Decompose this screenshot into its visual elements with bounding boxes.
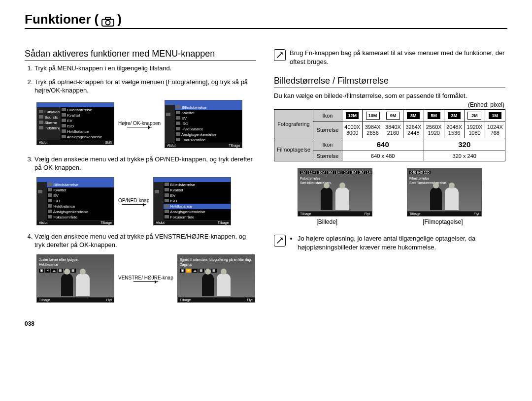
arrow-left-right: VENSTRE/ HØJRE-knap: [118, 275, 173, 282]
col-icon-head: Ikon: [313, 110, 342, 122]
col-size-head: Størrelse: [313, 122, 342, 138]
screens-row-1: Funktioner Sounds Skærm Indstillinger Bi…: [36, 100, 256, 148]
camera-wb-preview-a: Juster farver efter lystype. Hvidbalance…: [36, 254, 114, 303]
steps-list: Tryk på MENU-knappen i en tilgængelig ti…: [25, 64, 256, 95]
resolution-note-box: Jo højere opløsning, jo lavere antal til…: [274, 234, 505, 252]
mp-5m-icon: 5M: [428, 112, 440, 119]
movie-640-size: 640 x 480: [342, 151, 424, 161]
mp-8m-icon: 8M: [407, 112, 420, 119]
unit-label: (Enhed: pixel): [274, 101, 504, 108]
note-icon: [274, 49, 286, 61]
left-heading: Sådan aktiveres funktioner med MENU-knap…: [25, 49, 256, 61]
left-column: Sådan aktiveres funktioner med MENU-knap…: [25, 49, 256, 309]
mp-2m-icon: 2M: [467, 112, 481, 120]
camera-submenu-screen: Billedstørrelse Kvalitet EV ISO Hvidbala…: [165, 100, 242, 148]
note-icon: [274, 235, 286, 247]
mp-12m-icon: 12M: [346, 112, 359, 119]
caption-movie: [Filmoptagelse]: [423, 218, 463, 225]
right-column: Brug Fn-knappen bag på kameraet til at v…: [274, 49, 505, 309]
step-2: Tryk på op/ned-knappen for at vælge menu…: [34, 78, 256, 95]
mp-9m-icon: 9M: [386, 112, 400, 120]
movie-320-size: 320 x 240: [424, 151, 505, 161]
step-3: Vælg den ønskede menu ved at trykke på O…: [34, 155, 256, 172]
fn-tip-box: Brug Fn-knappen bag på kameraet til at v…: [274, 49, 505, 66]
right-intro: Du kan vælge en billede-/filmstørrelse, …: [274, 92, 505, 99]
mini-previews: 1M12M10M9M8M5M3M2M1M Fotostørrelse Sæt b…: [274, 168, 505, 216]
screens-row-3: Juster farver efter lystype. Hvidbalance…: [36, 254, 256, 303]
row-movie-head: Filmoptagelse: [274, 138, 313, 161]
page-title: Funktioner ( ): [25, 12, 532, 27]
camera-menu-screen: Funktioner Sounds Skærm Indstillinger Bi…: [36, 102, 114, 145]
steps-list-3: Vælg den ønskede menu ved at trykke på V…: [25, 232, 256, 249]
mp-3m-icon: 3M: [448, 112, 461, 119]
arrow-right-ok: Højre/ OK-knappen: [118, 121, 161, 127]
movie-size-preview: 640 640 320 Filmstørrelse Sæt filmskærms…: [407, 168, 482, 216]
mini-captions: [Billede] [Filmoptagelse]: [274, 218, 505, 225]
camera-icon: [101, 15, 114, 25]
screens-row-2: Billedstørrelse Kvalitet EV ISO Hvidbala…: [36, 177, 256, 225]
movie-320-icon: 320: [424, 138, 505, 151]
svg-point-1: [106, 20, 110, 25]
step-4: Vælg den ønskede menu ved at trykke på V…: [34, 232, 256, 249]
mp-10m-icon: 10M: [366, 112, 380, 120]
movie-640-icon: 640: [342, 138, 424, 151]
camera-submenu-screen-b: Billedstørrelse Kvalitet EV ISO Hvidbala…: [36, 177, 114, 225]
size-table: Fotografering Ikon 12M 10M 9M 8M 5M 3M 2…: [274, 109, 505, 161]
camera-wb-preview-b: Egnet til udendørs fotografering på en k…: [177, 254, 255, 303]
fn-tip-text: Brug Fn-knappen bag på kameraet til at v…: [290, 49, 505, 66]
arrow-up-down: OP/NED-knap: [118, 198, 149, 205]
steps-list-2: Vælg den ønskede menu ved at trykke på O…: [25, 155, 256, 172]
step-1: Tryk på MENU-knappen i en tilgængelig ti…: [34, 64, 256, 73]
resolution-note-text: Jo højere opløsning, jo lavere antal til…: [290, 234, 505, 252]
caption-photo: [Billede]: [316, 218, 337, 225]
mp-1m-icon: 1M: [489, 112, 501, 119]
photo-size-preview: 1M12M10M9M8M5M3M2M1M Fotostørrelse Sæt b…: [298, 168, 372, 216]
page-number: 038: [25, 320, 532, 327]
camera-submenu-screen-c: Billedstørrelse Kvalitet EV ISO Hvidbala…: [153, 177, 231, 225]
svg-rect-2: [105, 17, 110, 20]
right-heading: Billedstørrelse / Filmstørrelse: [274, 76, 505, 88]
row-photo-head: Fotografering: [274, 110, 313, 138]
